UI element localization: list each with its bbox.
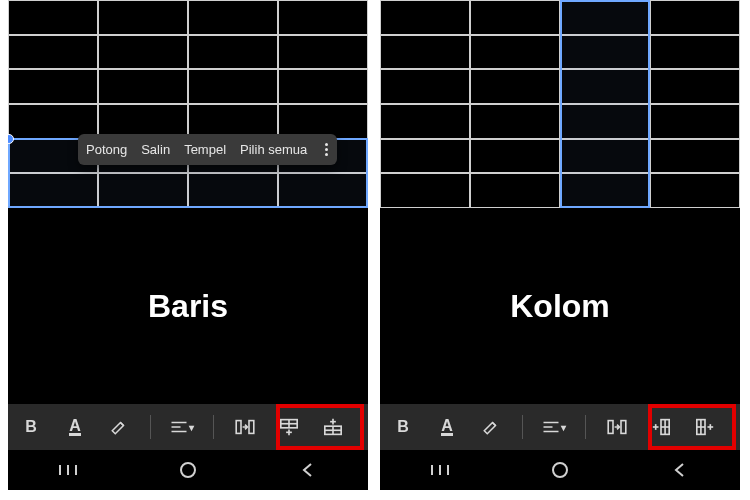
- spreadsheet-area[interactable]: [380, 0, 740, 208]
- insert-row-below-icon[interactable]: [276, 414, 302, 440]
- android-navbar: [380, 450, 740, 490]
- label-area: Kolom: [380, 208, 740, 404]
- menu-select-all[interactable]: Pilih semua: [240, 142, 307, 157]
- svg-point-37: [553, 463, 567, 477]
- separator: [522, 415, 523, 439]
- svg-point-18: [181, 463, 195, 477]
- nav-back-icon[interactable]: [288, 458, 328, 482]
- format-toolbar: B A ▾: [380, 404, 740, 450]
- label-area: Baris: [8, 208, 368, 404]
- context-menu: Potong Salin Tempel Pilih semua: [78, 134, 337, 165]
- chevron-down-icon: ▾: [561, 422, 566, 433]
- menu-more-icon[interactable]: [321, 143, 329, 156]
- separator: [150, 415, 151, 439]
- bold-button[interactable]: B: [18, 414, 44, 440]
- column-selection[interactable]: [560, 0, 650, 208]
- chevron-down-icon: ▾: [189, 422, 194, 433]
- spreadsheet-area[interactable]: Potong Salin Tempel Pilih semua: [8, 0, 368, 208]
- nav-home-icon[interactable]: [168, 458, 208, 482]
- text-color-button[interactable]: A: [434, 414, 460, 440]
- android-navbar: [8, 450, 368, 490]
- svg-rect-22: [608, 421, 613, 434]
- highlighter-icon[interactable]: [106, 414, 132, 440]
- phone-row-demo: Potong Salin Tempel Pilih semua Baris B …: [8, 0, 368, 490]
- separator: [585, 415, 586, 439]
- align-button[interactable]: ▾: [541, 414, 567, 440]
- nav-back-icon[interactable]: [660, 458, 700, 482]
- insert-column-right-icon[interactable]: [692, 414, 718, 440]
- nav-recents-icon[interactable]: [420, 458, 460, 482]
- bold-button[interactable]: B: [390, 414, 416, 440]
- caption-column: Kolom: [510, 288, 610, 325]
- selection-handle-icon[interactable]: [8, 134, 14, 144]
- insert-row-above-icon[interactable]: [320, 414, 346, 440]
- nav-recents-icon[interactable]: [48, 458, 88, 482]
- insert-column-left-icon[interactable]: [648, 414, 674, 440]
- menu-cut[interactable]: Potong: [86, 142, 127, 157]
- separator: [213, 415, 214, 439]
- merge-cells-icon[interactable]: [232, 414, 258, 440]
- format-toolbar: B A ▾: [8, 404, 368, 450]
- align-button[interactable]: ▾: [169, 414, 195, 440]
- svg-rect-23: [621, 421, 626, 434]
- svg-rect-3: [236, 421, 241, 434]
- highlighter-icon[interactable]: [478, 414, 504, 440]
- menu-copy[interactable]: Salin: [141, 142, 170, 157]
- merge-cells-icon[interactable]: [604, 414, 630, 440]
- phone-column-demo: Kolom B A ▾: [380, 0, 740, 490]
- caption-row: Baris: [148, 288, 228, 325]
- svg-rect-4: [249, 421, 254, 434]
- text-color-button[interactable]: A: [62, 414, 88, 440]
- menu-paste[interactable]: Tempel: [184, 142, 226, 157]
- nav-home-icon[interactable]: [540, 458, 580, 482]
